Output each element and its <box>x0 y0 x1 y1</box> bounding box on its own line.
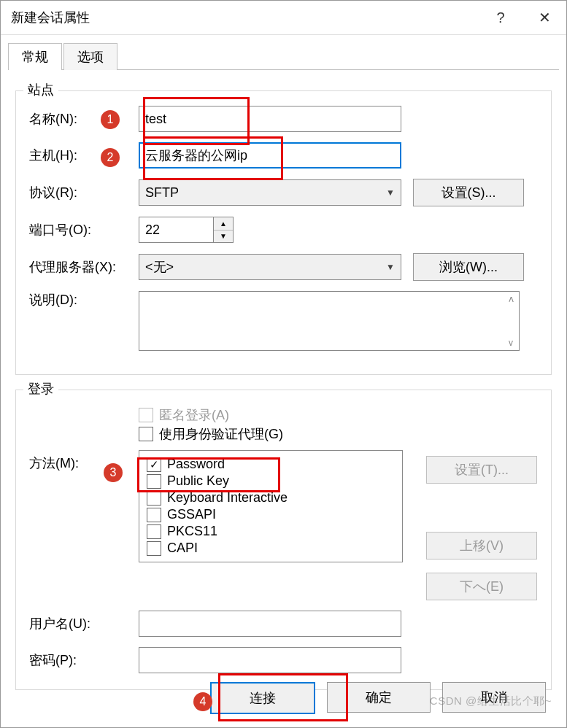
protocol-settings-button[interactable]: 设置(S)... <box>413 179 524 206</box>
move-down-button: 下へ(E) <box>426 573 537 600</box>
spinner-down-icon[interactable]: ▼ <box>214 231 233 243</box>
method-password[interactable]: ✓ Password <box>147 457 395 472</box>
cancel-button[interactable]: 取消 <box>442 682 546 713</box>
method-keyboard-interactive[interactable]: Keyboard Interactive <box>147 490 395 506</box>
window-title: 新建会话属性 <box>1 9 90 26</box>
group-site-legend: 站点 <box>23 81 58 98</box>
checkbox-icon <box>147 541 161 556</box>
use-agent-label: 使用身份验证代理(G) <box>159 425 283 443</box>
scroll-up-icon[interactable]: ʌ <box>509 294 514 304</box>
proxy-value: <无> <box>145 258 174 276</box>
name-input[interactable] <box>139 106 401 132</box>
group-login-legend: 登录 <box>23 380 58 398</box>
method-public-key[interactable]: Public Key <box>147 473 395 489</box>
method-list[interactable]: ✓ Password Public Key Keyboard Interacti… <box>139 450 403 562</box>
chevron-down-icon: ▼ <box>386 187 395 198</box>
connect-button[interactable]: 连接 <box>210 682 315 714</box>
protocol-label: 协议(R): <box>29 184 139 201</box>
titlebar: 新建会话属性 ? ✕ <box>1 1 566 35</box>
checkbox-icon <box>147 524 161 539</box>
checkbox-icon <box>147 474 161 489</box>
username-label: 用户名(U): <box>29 615 139 632</box>
proxy-label: 代理服务器(X): <box>29 258 139 276</box>
proxy-select[interactable]: <无> ▼ <box>139 254 401 280</box>
move-up-button: 上移(V) <box>426 532 537 559</box>
method-label: 方法(M): <box>29 450 139 472</box>
proxy-browse-button[interactable]: 浏览(W)... <box>413 253 524 281</box>
tab-general[interactable]: 常规 <box>8 43 62 70</box>
dialog-footer: 连接 确定 取消 <box>1 669 566 727</box>
username-input[interactable] <box>139 611 401 637</box>
protocol-select[interactable]: SFTP ▼ <box>139 179 401 206</box>
name-label: 名称(N): <box>29 110 139 128</box>
desc-label: 说明(D): <box>29 291 139 309</box>
checkbox-icon <box>147 508 161 522</box>
dialog-window: 新建会话属性 ? ✕ 常规 选项 站点 名称(N): 主机(H): 协议(R):… <box>0 0 567 728</box>
method-pkcs11[interactable]: PKCS11 <box>147 524 395 539</box>
checkbox-icon <box>139 408 153 422</box>
protocol-value: SFTP <box>145 185 179 201</box>
anon-login-label: 匿名登录(A) <box>159 406 229 424</box>
method-gssapi[interactable]: GSSAPI <box>147 507 395 522</box>
port-value[interactable]: 22 <box>139 217 213 243</box>
desc-textarea[interactable]: ʌ v <box>139 291 520 351</box>
close-button[interactable]: ✕ <box>522 1 566 34</box>
port-label: 端口号(O): <box>29 221 139 239</box>
help-button[interactable]: ? <box>479 1 522 34</box>
dialog-body: 站点 名称(N): 主机(H): 协议(R): SFTP ▼ 设置(S)... … <box>1 70 566 690</box>
use-agent-checkbox[interactable]: 使用身份验证代理(G) <box>139 425 538 443</box>
port-spinner[interactable]: 22 ▲ ▼ <box>139 217 234 243</box>
host-label: 主机(H): <box>29 147 139 164</box>
checkbox-icon <box>147 491 161 506</box>
method-capi[interactable]: CAPI <box>147 541 395 556</box>
group-site: 站点 名称(N): 主机(H): 协议(R): SFTP ▼ 设置(S)... … <box>15 90 552 375</box>
chevron-down-icon: ▼ <box>386 262 395 272</box>
scroll-down-icon[interactable]: v <box>509 338 513 348</box>
host-input[interactable] <box>139 142 401 169</box>
password-label: 密码(P): <box>29 651 139 669</box>
spinner-up-icon[interactable]: ▲ <box>214 217 233 231</box>
group-login: 登录 匿名登录(A) 使用身份验证代理(G) 方法(M): ✓ Password <box>15 390 552 690</box>
tab-options[interactable]: 选项 <box>63 43 117 70</box>
checkbox-icon: ✓ <box>147 457 161 472</box>
anon-login-checkbox: 匿名登录(A) <box>139 406 538 424</box>
method-settings-button: 设置(T)... <box>426 456 537 484</box>
ok-button[interactable]: 确定 <box>327 682 431 713</box>
checkbox-icon <box>139 427 153 441</box>
tab-strip: 常规 选项 <box>8 42 559 70</box>
